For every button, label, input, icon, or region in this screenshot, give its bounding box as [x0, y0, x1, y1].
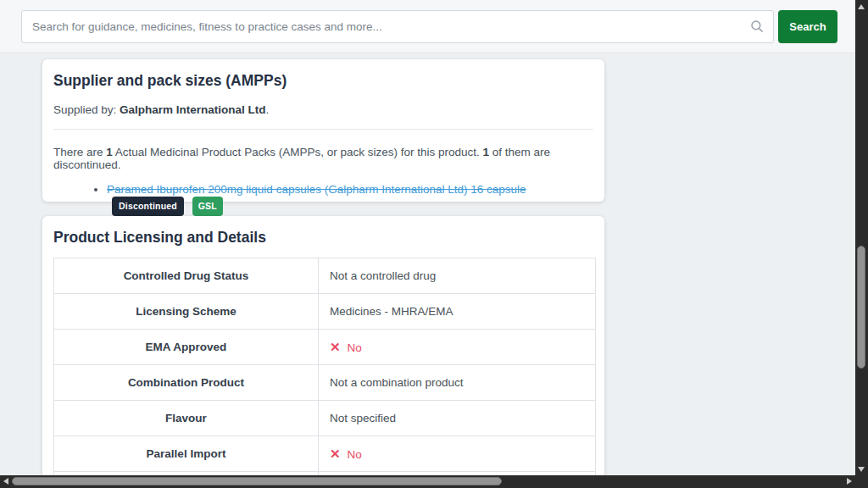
search-input[interactable]	[21, 10, 774, 43]
row-value: Medicines - MHRA/EMA	[319, 294, 596, 330]
scroll-right-icon[interactable]	[847, 478, 852, 485]
scroll-left-icon[interactable]	[3, 478, 8, 485]
supplied-by-line: Supplied by: Galpharm International Ltd.	[53, 103, 593, 116]
horizontal-scrollbar[interactable]	[0, 475, 855, 488]
licensing-card: Product Licensing and Details Controlled…	[42, 216, 604, 488]
discontinued-count: 1	[482, 146, 489, 158]
table-row: Licensing Scheme Medicines - MHRA/EMA	[54, 294, 596, 330]
row-label: Controlled Drug Status	[54, 258, 319, 294]
pack-link[interactable]: Paramed Ibuprofen 200mg liquid capsules …	[107, 183, 526, 196]
row-label: Flavour	[54, 401, 319, 436]
supplier-card-title: Supplier and pack sizes (AMPPs)	[53, 72, 593, 89]
ampp-count: 1	[106, 146, 113, 158]
table-row: Combination Product Not a combination pr…	[54, 365, 596, 401]
supplied-by-suffix: .	[266, 103, 270, 116]
supplier-name: Galpharm International Ltd	[120, 103, 266, 116]
supplied-by-prefix: Supplied by:	[53, 103, 120, 116]
table-row: Controlled Drug Status Not a controlled …	[54, 258, 596, 294]
table-row: Parallel Import ✕No	[54, 436, 596, 472]
row-value: ✕No	[319, 436, 596, 472]
scroll-down-icon[interactable]	[858, 467, 865, 472]
top-search-bar: Search	[0, 0, 855, 53]
horizontal-scrollbar-thumb[interactable]	[12, 477, 502, 485]
negative-value: No	[348, 448, 362, 461]
summary-text: There are	[53, 146, 106, 158]
row-value: Not a combination product	[319, 365, 596, 401]
row-value: ✕No	[319, 330, 596, 365]
discontinued-badge: Discontinued	[112, 197, 184, 216]
row-label: Licensing Scheme	[54, 294, 319, 330]
table-row: Flavour Not specified	[54, 401, 596, 436]
table-row: EMA Approved ✕No	[54, 330, 596, 365]
row-label: EMA Approved	[54, 330, 319, 365]
ampp-summary: There are 1 Actual Medicinal Product Pac…	[53, 146, 593, 171]
vertical-scrollbar[interactable]	[855, 0, 868, 488]
search-button[interactable]: Search	[778, 10, 837, 43]
gsl-badge: GSL	[192, 197, 223, 216]
row-value: Not a controlled drug	[319, 258, 596, 294]
pack-list: Paramed Ibuprofen 200mg liquid capsules …	[53, 182, 593, 216]
vertical-scrollbar-thumb[interactable]	[857, 246, 865, 369]
licensing-card-title: Product Licensing and Details	[53, 229, 593, 246]
row-label: Parallel Import	[54, 436, 319, 472]
licensing-table: Controlled Drug Status Not a controlled …	[53, 258, 596, 488]
search-field-container	[21, 10, 774, 43]
card-divider	[53, 129, 593, 130]
pack-list-item: Paramed Ibuprofen 200mg liquid capsules …	[107, 182, 593, 216]
search-icon	[749, 19, 765, 34]
cross-icon: ✕	[330, 446, 341, 461]
negative-value: No	[348, 341, 362, 354]
supplier-card: Supplier and pack sizes (AMPPs) Supplied…	[42, 59, 604, 202]
row-label: Combination Product	[54, 365, 319, 401]
scroll-up-icon[interactable]	[858, 4, 865, 9]
row-value: Not specified	[319, 401, 596, 436]
summary-text: Actual Medicinal Product Packs (AMPPs, o…	[113, 146, 483, 158]
cross-icon: ✕	[330, 340, 341, 354]
